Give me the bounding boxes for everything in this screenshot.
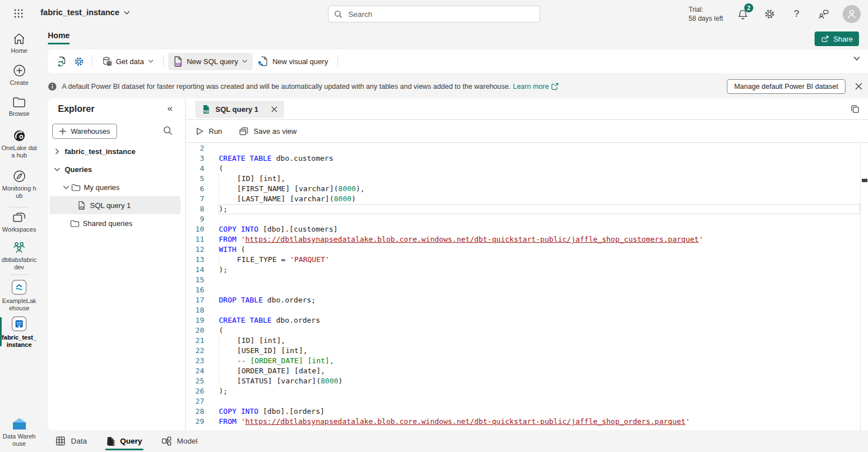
search-input[interactable] [347,10,534,19]
create-plus-icon [13,64,26,77]
workspace-switcher[interactable]: fabric_test_instance [41,8,130,17]
line-number: 3 [186,153,204,164]
code-line[interactable]: 3CREATE TABLE dbo.customers [186,153,860,164]
code-line[interactable]: 23 -- [ORDER_DATE] [int], [186,356,860,366]
code-line[interactable]: 24 [ORDER_DATE] [date], [186,366,860,376]
code-line[interactable]: 5 [ID] [int], [186,174,860,184]
tree-item-warehouse[interactable]: fabric_test_instance [48,142,185,160]
code-line[interactable]: 20( [186,326,860,336]
tab-home[interactable]: Home [48,31,70,44]
scrollbar-thumb[interactable] [862,179,867,182]
banner-close-icon[interactable] [850,78,867,95]
code-line[interactable]: 19CREATE TABLE dbo.orders [186,315,860,326]
code-line[interactable]: 25 [STATUS] [varchar](8000) [186,376,860,386]
line-number: 14 [186,265,204,275]
code-line[interactable]: 17DROP TABLE dbo.orders; [186,295,860,305]
refresh-document-icon[interactable] [53,53,70,70]
code-line[interactable]: 4( [186,164,860,174]
save-as-view-button[interactable]: Save as view [239,127,297,135]
code-line[interactable]: 21 [ID] [int], [186,336,860,346]
tree-item-my-queries[interactable]: My queries [48,178,185,196]
warehouse-item-icon [11,316,27,332]
people-workspace-icon [12,241,26,254]
tree-item-queries[interactable]: Queries [48,160,185,178]
code-line[interactable]: 28COPY INTO [dbo].[orders] [186,406,860,417]
close-tab-icon[interactable] [271,106,277,112]
line-number: 22 [186,346,204,356]
code-line[interactable]: 7 [LAST_NAME] [varchar](8000) [186,194,860,204]
left-nav-rail: Home Create Browse OneLake data hub Moni… [0,28,38,452]
nav-item-fabric-test-instance[interactable]: fabric_test_instance [0,316,38,349]
line-number: 11 [186,234,204,245]
code-line[interactable]: 10COPY INTO [dbo].[customers] [186,224,860,234]
share-button[interactable]: Share [815,31,859,46]
share-icon [821,35,829,43]
new-sql-query-button[interactable]: SQL New SQL query [168,53,253,70]
feedback-icon[interactable] [816,7,830,21]
code-line[interactable]: 26); [186,386,860,396]
notifications-bell-icon[interactable]: 2 [736,7,749,21]
new-visual-query-button[interactable]: New visual query [253,53,333,70]
code-line[interactable]: 29FROM 'https://dbtlabsynapsedatalake.bl… [186,417,860,427]
tab-model[interactable]: Model [161,430,198,452]
svg-text:SQL: SQL [204,110,209,113]
line-number: 9 [186,214,204,224]
nav-onelake-data-hub[interactable]: OneLake data hub [0,129,38,159]
code-line[interactable]: 15 [186,275,860,285]
nav-workspaces[interactable]: Workspaces [0,212,38,233]
code-line[interactable]: 16 [186,285,860,295]
settings-gear-icon[interactable] [763,7,776,21]
code-line[interactable]: 22 [USER_ID] [int], [186,346,860,356]
code-line[interactable]: 18 [186,305,860,315]
tab-query[interactable]: Query [106,430,142,452]
collapse-explorer-icon[interactable]: « [168,103,173,114]
code-line[interactable]: 2 [186,143,860,153]
explorer-search-icon[interactable] [163,126,173,135]
workspaces-icon [12,212,26,224]
database-icon [102,56,112,66]
learn-more-link[interactable]: Learn more [513,83,559,91]
code-line[interactable]: 9 [186,214,860,224]
code-line[interactable]: 6 [FIRST_NAME] [varchar](8000), [186,184,860,194]
manage-default-dataset-button[interactable]: Manage default Power BI dataset [727,79,845,94]
tab-data[interactable]: Data [56,430,87,452]
code-line[interactable]: 11FROM 'https://dbtlabsynapsedatalake.bl… [186,234,860,245]
nav-item-examplelakehouse[interactable]: ExampleLakehouse [0,279,38,312]
ribbon-tab-row: Home Share [0,28,868,49]
workspace-title: fabric_test_instance [41,8,119,17]
nav-create[interactable]: Create [0,64,38,87]
code-area[interactable]: 23CREATE TABLE dbo.customers4(5 [ID] [in… [186,143,860,430]
nav-browse[interactable]: Browse [0,97,38,117]
nav-monitoring-hub[interactable]: Monitoring hub [0,170,38,200]
get-data-button[interactable]: Get data [97,53,159,70]
code-line[interactable]: 14); [186,265,860,275]
info-icon [48,82,57,91]
line-number: 7 [186,194,204,204]
run-button[interactable]: Run [196,127,222,135]
help-icon[interactable]: ? [790,7,803,21]
line-number: 13 [186,255,204,265]
user-avatar[interactable] [843,5,861,23]
settings-icon[interactable] [70,53,87,70]
line-number: 29 [186,417,204,427]
folder-icon [70,220,79,227]
tree-item-sql-query-1[interactable]: SQL SQL query 1 [50,196,181,214]
editor-scrollbar[interactable] [860,143,868,430]
copy-icon[interactable] [851,105,860,114]
code-line[interactable]: 13 FILE_TYPE = 'PARQUET' [186,255,860,265]
tree-item-shared-queries[interactable]: Shared queries [48,214,185,232]
line-number: 17 [186,295,204,305]
code-line[interactable]: 27 [186,396,860,406]
nav-data-warehouse[interactable]: Data Warehouse [0,417,38,448]
banner-message: A default Power BI dataset for faster re… [62,83,511,91]
waffle-menu-icon[interactable] [14,8,24,19]
view-switcher-bar: Data Query Model [48,430,868,452]
nav-home[interactable]: Home [0,33,38,55]
search-icon [334,10,343,19]
ribbon-collapse-chevron-icon[interactable] [853,56,860,61]
add-warehouses-button[interactable]: Warehouses [52,124,117,139]
code-line[interactable]: 12WITH ( [186,245,860,255]
code-line[interactable]: 8); [186,204,860,214]
query-tab[interactable]: SQL SQL query 1 [195,101,284,118]
nav-workspace-dbtlabsfabricdev[interactable]: dbtlabsfabricdev [0,241,38,271]
